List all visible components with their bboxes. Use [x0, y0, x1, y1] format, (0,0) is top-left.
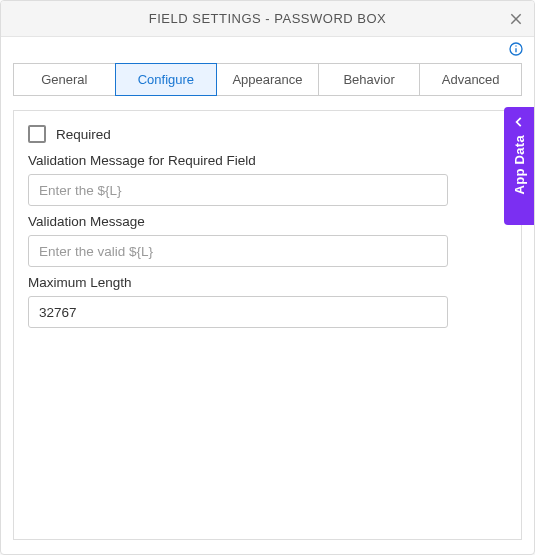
app-data-label: App Data	[512, 135, 527, 194]
max-length-input[interactable]	[28, 296, 448, 328]
tab-appearance[interactable]: Appearance	[216, 63, 319, 96]
tab-general[interactable]: General	[13, 63, 116, 96]
tab-configure[interactable]: Configure	[115, 63, 218, 96]
settings-dialog: FIELD SETTINGS - PASSWORD BOX General Co…	[0, 0, 535, 555]
max-length-label: Maximum Length	[28, 275, 507, 290]
info-row	[1, 37, 534, 61]
required-row: Required	[28, 125, 507, 143]
chevron-left-icon	[512, 115, 526, 129]
titlebar: FIELD SETTINGS - PASSWORD BOX	[1, 1, 534, 37]
tab-behavior[interactable]: Behavior	[318, 63, 421, 96]
configure-panel: Required Validation Message for Required…	[13, 110, 522, 540]
tab-label: Appearance	[232, 72, 302, 87]
tab-advanced[interactable]: Advanced	[419, 63, 522, 96]
tab-label: Behavior	[343, 72, 394, 87]
validation-msg-label: Validation Message	[28, 214, 507, 229]
validation-required-input[interactable]	[28, 174, 448, 206]
tab-label: Advanced	[442, 72, 500, 87]
info-button[interactable]	[508, 41, 524, 57]
required-label: Required	[56, 127, 111, 142]
svg-point-4	[515, 45, 516, 46]
dialog-title: FIELD SETTINGS - PASSWORD BOX	[149, 11, 386, 26]
validation-msg-input[interactable]	[28, 235, 448, 267]
tab-label: Configure	[138, 72, 194, 87]
required-checkbox[interactable]	[28, 125, 46, 143]
close-icon	[508, 11, 524, 27]
tabs: General Configure Appearance Behavior Ad…	[13, 63, 522, 96]
validation-required-label: Validation Message for Required Field	[28, 153, 507, 168]
tab-label: General	[41, 72, 87, 87]
app-data-drawer[interactable]: App Data	[504, 107, 534, 225]
close-button[interactable]	[506, 9, 526, 29]
info-icon	[508, 41, 524, 57]
